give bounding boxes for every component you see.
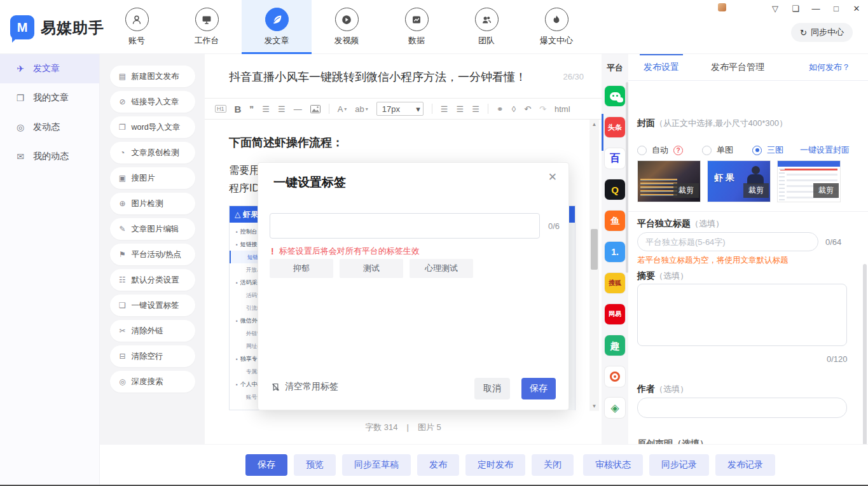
sidebar-item-my-moments[interactable]: ✉ 我的动态: [0, 142, 99, 171]
platform-icon-green-shield[interactable]: ◈: [605, 398, 625, 418]
tag-option[interactable]: 测试: [340, 259, 403, 278]
redo-button[interactable]: ↷: [539, 104, 546, 114]
bold-button[interactable]: B: [235, 104, 242, 115]
clear-common-tags-button[interactable]: 清空常用标签: [271, 381, 338, 392]
tool-new-post[interactable]: ▤新建图文发布: [110, 66, 195, 87]
nav-account[interactable]: 账号: [102, 0, 172, 54]
radio-three-images[interactable]: [752, 146, 762, 155]
blockquote-button[interactable]: ❞: [249, 104, 254, 114]
save-button[interactable]: 保存: [245, 454, 287, 476]
publish-records-button[interactable]: 发布记录: [715, 454, 775, 476]
independent-title-input[interactable]: [637, 232, 818, 251]
horizontal-rule-button[interactable]: —: [294, 104, 302, 114]
article-title-input[interactable]: 抖音直播小风车一键跳转到微信小程序方法，一分钟看懂！: [229, 69, 527, 85]
help-question-icon[interactable]: ?: [673, 146, 683, 155]
radio-auto[interactable]: [637, 146, 647, 155]
tray-plugin-icon[interactable]: [718, 3, 726, 11]
platform-icon-baijiahao[interactable]: 百: [605, 148, 625, 169]
scheduled-publish-button[interactable]: 定时发布: [465, 454, 525, 476]
crop-button[interactable]: 裁剪: [673, 183, 699, 198]
platform-icon-weibo[interactable]: [605, 366, 625, 387]
tool-platform-hotspots[interactable]: ⚑平台活动/热点: [110, 244, 195, 265]
crop-button[interactable]: 裁剪: [743, 183, 769, 198]
heading-button[interactable]: H1: [215, 105, 226, 113]
platform-icon-sohu[interactable]: 搜狐: [605, 273, 625, 293]
tool-import-link[interactable]: ⊘链接导入文章: [110, 91, 195, 113]
editor-scrollbar[interactable]: ▲ ▼: [589, 120, 599, 411]
platform-icon-netease[interactable]: 网易: [605, 304, 625, 324]
platform-icon-qutoutiao[interactable]: 趣: [605, 335, 625, 356]
tool-clear-external-links[interactable]: ✂清除外链: [110, 320, 195, 342]
nav-publish-article[interactable]: 发文章: [242, 0, 312, 54]
window-snip-icon[interactable]: ❏: [790, 4, 801, 13]
tool-originality-check[interactable]: ◔文章原创检测: [110, 142, 195, 163]
platform-icon-dayuhao[interactable]: 鱼: [605, 211, 625, 231]
html-source-button[interactable]: html: [555, 104, 570, 114]
platform-icon-toutiao[interactable]: 头条: [605, 117, 625, 137]
align-right-button[interactable]: ☰: [472, 104, 479, 114]
sync-to-draft-button[interactable]: 同步至草稿: [342, 454, 411, 476]
tool-image-check[interactable]: ⊕图片检测: [110, 193, 195, 214]
tool-set-tags[interactable]: ❏一键设置标签: [110, 295, 195, 316]
nav-publish-video[interactable]: 发视频: [312, 0, 382, 54]
window-menu-icon[interactable]: ▽: [770, 4, 780, 13]
sidebar-item-publish-moment[interactable]: ◎ 发动态: [0, 113, 99, 142]
nav-team[interactable]: 团队: [451, 0, 521, 54]
author-input[interactable]: [637, 398, 847, 418]
publish-button[interactable]: 发布: [417, 454, 459, 476]
platform-icon-penguin[interactable]: Q: [605, 179, 625, 200]
modal-save-button[interactable]: 保存: [521, 378, 556, 399]
tool-deep-search[interactable]: ◎深度搜索: [110, 371, 195, 392]
how-to-publish-link[interactable]: 如何发布？: [809, 62, 850, 73]
one-click-cover-link[interactable]: 一键设置封面: [800, 144, 850, 156]
tool-search-image[interactable]: ▣搜图片: [110, 167, 195, 189]
find-replace-button[interactable]: ⚭: [497, 104, 504, 114]
preview-button[interactable]: 预览: [294, 454, 336, 476]
window-minimize-icon[interactable]: —: [811, 4, 821, 13]
insert-image-button[interactable]: [310, 105, 320, 113]
sidebar-item-my-articles[interactable]: ❐ 我的文章: [0, 83, 99, 113]
window-maximize-icon[interactable]: □: [831, 4, 841, 13]
scroll-down-icon[interactable]: ▼: [589, 403, 599, 409]
cover-thumb-xiaguo[interactable]: 虾果 裁剪: [707, 160, 771, 202]
modal-cancel-button[interactable]: 取消: [474, 378, 510, 399]
sync-center-button[interactable]: ↻ 同步中心: [791, 23, 853, 42]
format-clear-button[interactable]: ◊: [512, 104, 516, 114]
platform-icon-yidianzixun[interactable]: 1.: [605, 242, 625, 262]
tag-input[interactable]: [270, 213, 540, 239]
tag-option[interactable]: 抑郁: [270, 259, 333, 278]
font-color-button[interactable]: A▾: [338, 104, 347, 114]
tab-platform-management[interactable]: 发布平台管理: [711, 54, 764, 81]
highlight-button[interactable]: ab▾: [355, 104, 368, 114]
scrollbar-thumb[interactable]: [591, 229, 598, 270]
align-center-button[interactable]: ☰: [457, 104, 464, 114]
crop-button[interactable]: 裁剪: [813, 183, 839, 198]
align-left-button[interactable]: ☰: [441, 104, 448, 114]
review-status-button[interactable]: 审核状态: [583, 454, 643, 476]
tool-import-word[interactable]: ❐word导入文章: [110, 116, 195, 138]
tool-clear-empty-lines[interactable]: ⊟清除空行: [110, 345, 195, 367]
tool-default-category[interactable]: ☷默认分类设置: [110, 269, 195, 291]
sidebar-item-publish-article[interactable]: ✈ 发文章: [0, 54, 99, 83]
font-size-select[interactable]: 17px▾: [376, 102, 424, 116]
summary-textarea[interactable]: [637, 284, 847, 346]
modal-close-icon[interactable]: ✕: [546, 168, 560, 186]
radio-single-image[interactable]: [702, 146, 712, 155]
nav-workbench[interactable]: 工作台: [172, 0, 242, 54]
panel-scrollbar[interactable]: [863, 264, 867, 448]
scroll-up-icon[interactable]: ▲: [589, 122, 599, 127]
tab-publish-settings[interactable]: 发布设置: [640, 54, 683, 81]
tag-option[interactable]: 心理测试: [410, 259, 473, 278]
nav-hot-articles[interactable]: 爆文中心: [521, 0, 591, 54]
ordered-list-button[interactable]: ☰: [262, 104, 270, 114]
nav-data[interactable]: 数据: [382, 0, 451, 54]
tool-image-edit[interactable]: ✎文章图片编辑: [110, 218, 195, 240]
sync-records-button[interactable]: 同步记录: [649, 454, 709, 476]
cover-thumb-game-scene[interactable]: 裁剪: [637, 160, 701, 202]
platform-icon-wechat[interactable]: [605, 86, 625, 106]
window-close-icon[interactable]: ✕: [851, 4, 862, 13]
cover-thumb-dashboard[interactable]: 裁剪: [777, 160, 841, 202]
undo-button[interactable]: ↶: [524, 104, 531, 114]
unordered-list-button[interactable]: ☰: [278, 104, 286, 114]
close-button[interactable]: 关闭: [532, 454, 574, 476]
